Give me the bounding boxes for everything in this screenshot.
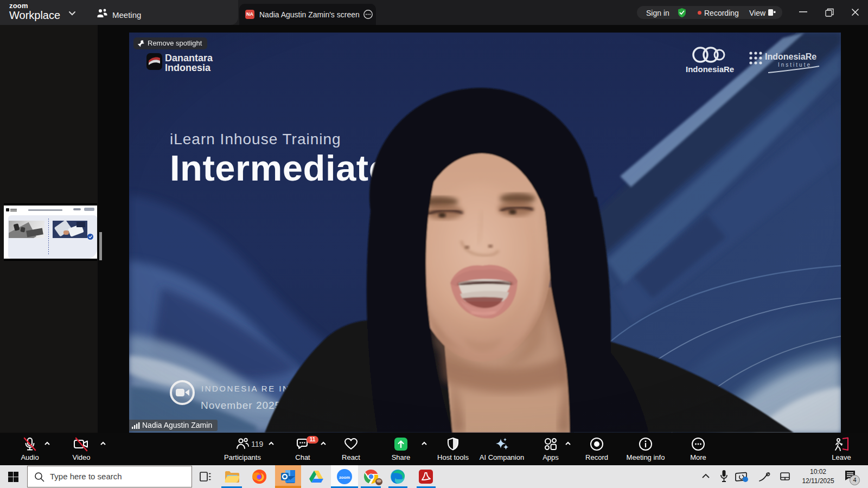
svg-text:zoom: zoom <box>339 475 350 480</box>
